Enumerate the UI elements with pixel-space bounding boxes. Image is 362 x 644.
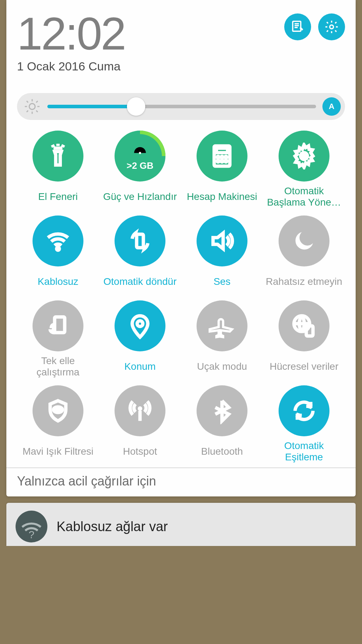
svg-rect-19 [306,326,313,336]
svg-point-10 [221,160,223,162]
wifi-question-icon: ? [16,511,47,542]
clock-date: 1 Ocak 2016 Cuma [17,59,125,73]
header: 12:02 1 Ocak 2016 Cuma [17,11,345,73]
header-actions [284,11,345,40]
clock-block: 12:02 1 Ocak 2016 Cuma [17,11,125,73]
tile-rotate[interactable]: Otomatik döndür [99,214,181,295]
tile-label: Otomatik döndür [103,270,177,293]
tile-label: Bluetooth [200,440,244,463]
tile-sync[interactable]: Otomatik Eşitleme [263,384,345,465]
notification-title: Kablosuz ağlar var [57,519,168,534]
rotate-icon [115,215,165,266]
tile-dnd[interactable]: Rahatsız etmeyin [263,214,345,295]
memory-threshold: >2 GB [127,160,153,171]
tile-autostart[interactable]: Otomatik Başlama Yöne… [263,129,345,210]
tile-label: Rahatsız etmeyin [265,270,343,293]
bluetooth-icon [197,385,247,436]
tile-bluetooth[interactable]: Bluetooth [181,384,263,465]
brightness-track[interactable] [47,105,316,108]
tile-label: Ses [213,270,231,293]
hotspot-icon [115,385,165,436]
gear-icon [324,19,339,34]
tile-label: Uçak modu [196,355,248,378]
tile-location[interactable]: Konum [99,299,181,380]
brightness-thumb[interactable] [127,97,145,116]
calculator-icon [197,131,247,182]
tile-sound[interactable]: Ses [181,214,263,295]
svg-rect-16 [55,317,65,333]
svg-point-7 [221,156,223,158]
tile-cellular[interactable]: Hücresel veriler [263,299,345,380]
network-status: Yalnızca acil çağrılar için [17,472,345,489]
tile-label: Tek elle çalıştırma [18,355,98,378]
svg-point-14 [57,247,59,250]
tile-label: Kablosuz [37,270,79,293]
airplane-icon [197,300,247,351]
edit-button[interactable] [284,13,311,40]
settings-button[interactable] [318,13,345,40]
clock-time: 12:02 [17,11,125,57]
svg-point-21 [57,409,59,411]
tile-label: Otomatik Başlama Yöne… [264,185,344,208]
tile-label: Konum [124,355,157,378]
divider [6,467,356,468]
tile-wifi[interactable]: Kablosuz [17,214,99,295]
notification-shade: 12:02 1 Ocak 2016 Cuma A El [6,0,356,496]
onehand-icon [33,300,83,351]
quick-settings-grid: El Feneri >2 GB Güç ve Hızlandır Hesap M… [17,129,345,465]
auto-brightness-label: A [329,102,334,111]
wifi-icon [33,215,83,266]
svg-point-8 [225,156,227,158]
globe-phone-icon [279,300,329,351]
svg-rect-5 [216,148,228,153]
svg-point-22 [138,406,142,411]
brightness-icon [23,98,41,115]
brightness-fill [47,105,136,108]
tile-label: Güç ve Hızlandır [103,185,178,208]
auto-brightness-toggle[interactable]: A [322,97,341,116]
tile-calculator[interactable]: Hesap Makinesi [181,129,263,210]
tile-hotspot[interactable]: Hotspot [99,384,181,465]
svg-point-1 [330,25,334,29]
svg-rect-15 [137,234,144,248]
speaker-icon [197,215,247,266]
flashlight-icon [33,131,83,182]
eye-shield-icon [33,385,83,436]
location-pin-icon [115,300,165,351]
speedometer-icon: >2 GB [115,131,165,182]
tile-label: Hücresel veriler [269,355,339,378]
tile-flashlight[interactable]: El Feneri [17,129,99,210]
edit-icon [290,19,305,34]
autostart-icon [279,131,329,182]
tile-label: Hotspot [122,440,158,463]
svg-point-17 [137,321,143,327]
svg-point-13 [303,155,305,157]
tile-label: Hesap Makinesi [186,185,258,208]
svg-point-3 [139,152,141,154]
brightness-slider[interactable]: A [17,93,345,120]
tile-onehand[interactable]: Tek elle çalıştırma [17,299,99,380]
tile-label: El Feneri [37,185,78,208]
tile-label: Mavi Işık Filtresi [22,440,94,463]
tile-boost[interactable]: >2 GB Güç ve Hızlandır [99,129,181,210]
svg-point-2 [29,104,35,110]
svg-point-6 [217,156,219,158]
sync-icon [279,385,329,436]
svg-text:?: ? [29,529,34,540]
svg-point-9 [217,160,219,162]
notification-wifi-available[interactable]: ? Kablosuz ağlar var [6,503,356,546]
svg-point-11 [225,160,227,162]
tile-bluelight[interactable]: Mavi Işık Filtresi [17,384,99,465]
moon-icon [279,215,329,266]
tile-airplane[interactable]: Uçak modu [181,299,263,380]
tile-label: Otomatik Eşitleme [264,440,344,463]
